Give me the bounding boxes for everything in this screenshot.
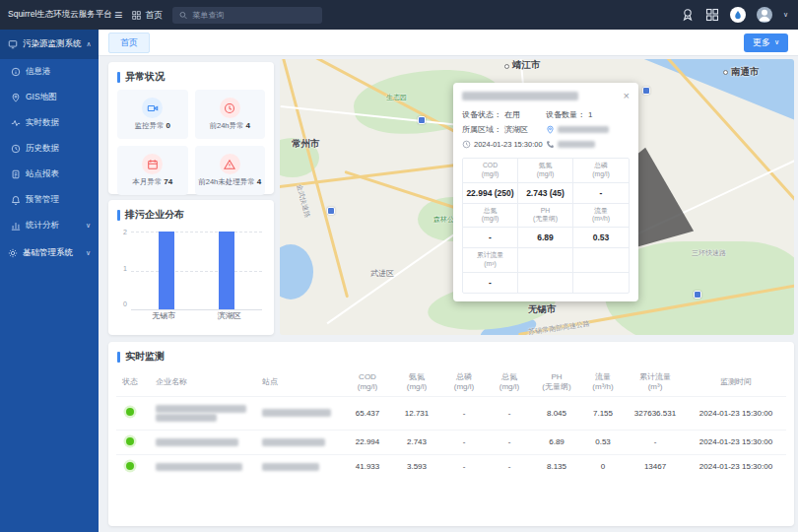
cell-cod: 65.437: [343, 396, 392, 430]
tile-month-abnormal[interactable]: 本月异常 74: [117, 146, 188, 195]
camera-icon: [142, 98, 163, 118]
device-count-value: 1: [588, 107, 592, 122]
more-button[interactable]: 更多 ∨: [744, 33, 788, 52]
metric-label: COD(mg/l): [463, 159, 518, 183]
table-row[interactable]: 65.437 12.731 - - 8.045 7.155 327636.531…: [116, 396, 786, 430]
home-icon: [132, 11, 141, 20]
sidebar-item-realtime-data[interactable]: 实时数据: [0, 110, 99, 136]
search-input[interactable]: [192, 11, 315, 20]
title-accent-bar: [117, 352, 120, 363]
redacted-site-name: [262, 463, 319, 471]
table-row[interactable]: 22.994 2.743 - - 6.89 0.53 - 2024-01-23 …: [116, 430, 786, 454]
report-doc-icon: [11, 169, 21, 179]
enterprise-distribution-card: 排污企业分布 2 1 0 无锡市 滨湖区: [108, 200, 274, 335]
sidebar-item-label: 历史数据: [26, 143, 59, 155]
gridline: [131, 271, 262, 272]
sidebar-item-site-report[interactable]: 站点报表: [0, 162, 99, 187]
tile-count: 0: [166, 121, 170, 130]
col-site: 站点: [256, 369, 343, 396]
card-title-text: 实时监测: [125, 350, 165, 364]
close-icon[interactable]: ×: [624, 91, 630, 101]
breadcrumb-home[interactable]: 首页: [132, 9, 163, 22]
city-dot: [723, 70, 728, 75]
col-ph: PH(无量纲): [532, 369, 581, 396]
monitor-icon: [8, 39, 18, 49]
cell-tp: -: [441, 430, 487, 454]
popup-metrics-grid: COD(mg/l) 氨氮(mg/l) 总磷(mg/l) 22.994 (250)…: [462, 158, 630, 294]
x-axis-labels: 无锡市 滨湖区: [131, 310, 262, 321]
badge-icon[interactable]: [681, 8, 695, 22]
metric-label: 总磷(mg/l): [573, 159, 629, 183]
map-label-wujin: 武进区: [370, 268, 394, 279]
cell-flow: 0.53: [581, 430, 625, 454]
col-nh3: 氨氮(mg/l): [392, 369, 441, 396]
bar-chart: 2 1 0: [108, 228, 274, 310]
bell-icon: [11, 195, 21, 205]
metric-value: 0.53: [573, 228, 629, 248]
map-label-wuxi: 无锡市: [528, 303, 557, 316]
abnormal-status-card: 异常状况 监控异常 0 前24h异常 4 本月异常 74 前24h未处理异常 4: [108, 62, 274, 194]
metric-value: -: [573, 183, 629, 204]
tile-24h-abnormal[interactable]: 前24h异常 4: [195, 90, 266, 139]
bar-chart-icon: [11, 221, 21, 231]
y-axis: 2 1 0: [116, 229, 127, 307]
city-dot: [504, 64, 509, 69]
realtime-monitor-card: 实时监测 状态 企业名称 站点 COD(mg/l) 氨氮(mg/l) 总磷(mg…: [108, 342, 794, 526]
map-label-sanhuan-road: 三环快速路: [692, 248, 726, 258]
breadcrumb-label: 首页: [145, 9, 163, 22]
tile-monitor-abnormal[interactable]: 监控异常 0: [117, 90, 188, 139]
map-label-nantong: 南通市: [731, 66, 760, 79]
topbar-actions: ∨: [681, 7, 798, 23]
col-cod: COD(mg/l): [343, 369, 392, 396]
calendar-icon: [142, 154, 163, 174]
sidebar-item-gis-map[interactable]: GIS地图: [0, 85, 99, 110]
plot-area: [131, 232, 262, 310]
title-accent-bar: [117, 210, 120, 221]
chevron-down-icon: ∨: [86, 249, 91, 257]
region-value: 滨湖区: [504, 122, 528, 137]
avatar[interactable]: [757, 7, 772, 23]
drop-icon: [733, 10, 743, 20]
sidebar-group-basic-management[interactable]: 基础管理系统 ∨: [0, 238, 99, 268]
redacted-phone: [558, 141, 595, 148]
status-label: 设备状态：: [462, 107, 501, 122]
sidebar-item-history-data[interactable]: 历史数据: [0, 136, 99, 162]
col-status: 状态: [116, 369, 150, 396]
info-icon: [11, 67, 21, 77]
road-badge: [694, 291, 701, 299]
menu-search[interactable]: [172, 7, 322, 24]
metric-value: -: [463, 273, 518, 293]
search-icon: [179, 11, 187, 20]
table-row[interactable]: 41.933 3.593 - - 8.135 0 13467 2024-01-2…: [116, 454, 786, 479]
pulse-icon: [11, 118, 21, 128]
metric-value: 22.994 (250): [463, 183, 518, 204]
bar-wuxi: [159, 232, 174, 309]
sidebar-item-alert-management[interactable]: 预警管理: [0, 187, 99, 213]
map-label-jinwu-road: 金武快速路: [294, 183, 312, 219]
title-accent-bar: [117, 72, 120, 83]
metric-label: 流量(m³/h): [573, 204, 629, 229]
tile-label: 本月异常: [132, 177, 162, 186]
col-flow: 流量(m³/h): [581, 369, 625, 396]
cell-time: 2024-01-23 15:30:00: [686, 396, 786, 430]
station-info-popup: × 设备状态：在用 设备数量：1 所属区域：滨湖区 2024-01-23 15:…: [453, 83, 638, 301]
sidebar-group-pollution-monitoring[interactable]: 污染源监测系统 ∧: [0, 30, 99, 59]
sidebar-item-info-port[interactable]: 信息港: [0, 59, 99, 85]
sidebar-item-statistics[interactable]: 统计分析 ∨: [0, 213, 99, 238]
cell-time: 2024-01-23 15:30:00: [686, 430, 786, 454]
map-pin-icon: [11, 93, 21, 102]
apps-grid-icon[interactable]: [705, 8, 719, 22]
tile-24h-unhandled-abnormal[interactable]: 前24h未处理异常 4: [195, 146, 266, 195]
chevron-up-icon: ∧: [87, 40, 92, 48]
gis-map[interactable]: 靖江市 南通市 常州市 无锡市 武进区 金武快速路 三环快速路 苏锡常南部高速公…: [280, 59, 794, 335]
hamburger-menu-icon[interactable]: ≡: [114, 8, 122, 22]
popup-row: 所属区域：滨湖区: [462, 122, 630, 137]
metric-value: -: [463, 228, 518, 248]
history-clock-icon: [11, 144, 21, 154]
sidebar-item-label: GIS地图: [26, 92, 57, 103]
y-tick: 1: [123, 265, 127, 272]
chevron-down-icon[interactable]: ∨: [783, 11, 788, 19]
card-title-text: 异常状况: [125, 70, 165, 84]
water-drop-logo[interactable]: [730, 7, 746, 23]
tab-home[interactable]: 首页: [108, 33, 150, 53]
